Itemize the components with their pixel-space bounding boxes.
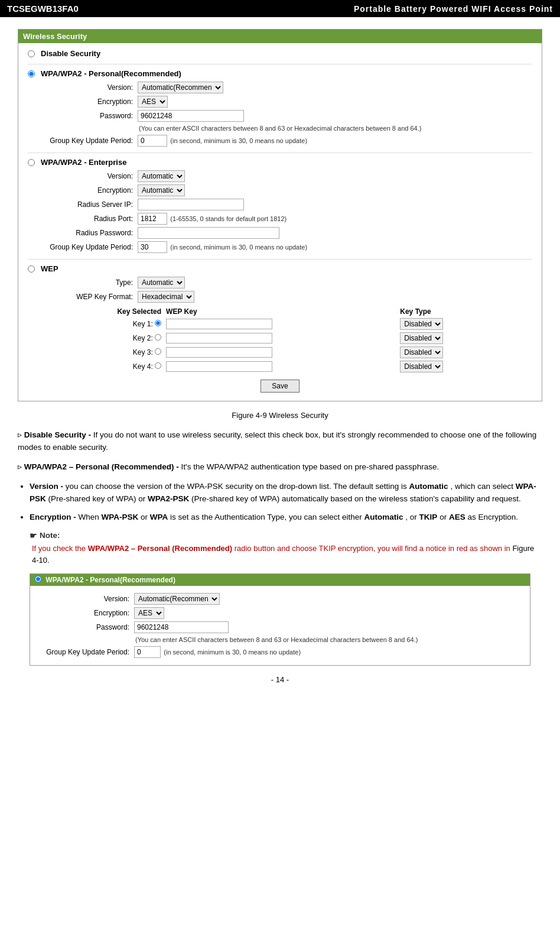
- small-password-label: Password:: [37, 620, 132, 634]
- wep-key-name-cell: Key 1:: [47, 317, 164, 331]
- ent-radius-ip-label: Radius Server IP:: [41, 197, 135, 212]
- wep-type-row: Type: Automatic: [41, 275, 532, 290]
- encryption-rest6: as Encryption.: [467, 513, 518, 521]
- version-rest4: (Pre-shared key of WPA) automatically ba…: [191, 494, 521, 503]
- ent-encryption-select[interactable]: Automatic: [138, 184, 185, 196]
- wep-key-input-3[interactable]: [166, 347, 272, 358]
- small-group-key-input[interactable]: [134, 646, 161, 658]
- wep-key-radio-1[interactable]: [155, 320, 161, 326]
- version-value-cell: Automatic(Recommen: [135, 80, 532, 95]
- wep-key-type-select-4[interactable]: Disabled: [400, 361, 443, 372]
- small-version-label: Version:: [37, 592, 132, 606]
- wep-key-radio-4[interactable]: [155, 362, 161, 369]
- wep-key-type-select-3[interactable]: Disabled: [400, 346, 443, 358]
- wpa-enterprise-radio-col[interactable]: [28, 158, 41, 168]
- small-group-key-hint: (in second, minimum is 30, 0 means no up…: [164, 649, 301, 656]
- disable-security-rest: If you do not want to use wireless secur…: [18, 430, 536, 452]
- wpa-personal-radio-col[interactable]: [28, 69, 41, 79]
- ent-encryption-row: Encryption: Automatic: [41, 183, 532, 197]
- automatic-bold: Automatic: [409, 482, 448, 491]
- wep-key-header: Key Selected WEP Key Key Type: [47, 306, 538, 317]
- page-content: Wireless Security Disable Security WPA/W: [0, 17, 560, 702]
- group-key-value-cell: (in second, minimum is 30, 0 means no up…: [135, 134, 532, 148]
- wpa-personal-radio[interactable]: [28, 70, 35, 77]
- wpa-personal-row: WPA/WPA2 - Personal(Recommended) Version…: [28, 69, 532, 148]
- wep-format-select[interactable]: Hexadecimal: [138, 291, 194, 303]
- encryption-rest: When: [79, 513, 102, 521]
- note-finger-icon: ☛: [30, 531, 37, 540]
- wep-key-input-1[interactable]: [166, 319, 272, 329]
- wpa-personal-table: Version: Automatic(Recommen Encryption:: [41, 80, 532, 148]
- wpa-personal-label: WPA/WPA2 - Personal(Recommended): [41, 69, 181, 78]
- ent-radius-port-row: Radius Port: (1-65535, 0 stands for defa…: [41, 212, 532, 226]
- version-bold: Version -: [30, 482, 63, 491]
- note-title: Note:: [40, 531, 60, 540]
- radius-port-input[interactable]: [138, 213, 167, 225]
- wpa-enc-bold: WPA: [150, 513, 168, 521]
- password-row: Password:: [41, 109, 532, 123]
- small-encryption-row: Encryption: AES: [37, 606, 523, 620]
- wep-radio-col[interactable]: [28, 264, 41, 274]
- wep-key-name-cell: Key 4:: [47, 359, 164, 374]
- note-body: If you check the WPA/WPA2 – Personal (Re…: [32, 543, 542, 566]
- wep-row: WEP Type: Automatic WEP Key Format:: [28, 264, 532, 374]
- disable-security-paragraph: ▹ Disable Security - If you do not want …: [18, 429, 542, 454]
- wpa-personal-rest: It's the WPA/WPA2 authentication type ba…: [181, 462, 439, 471]
- wep-key-type-select-1[interactable]: Disabled: [400, 318, 443, 330]
- disable-label: Disable Security: [41, 49, 100, 58]
- col-wep-key: WEP Key: [164, 306, 398, 317]
- wep-key-input-4[interactable]: [166, 361, 272, 372]
- ws-title-bar: Wireless Security: [18, 30, 542, 43]
- encryption-bold: Encryption -: [30, 513, 76, 521]
- small-wpa-radio[interactable]: [35, 576, 41, 582]
- wep-key-input-2[interactable]: [166, 333, 272, 343]
- group-key-input[interactable]: [138, 135, 167, 147]
- radius-pwd-input[interactable]: [138, 227, 279, 239]
- wpa2-psk-bold: WPA2-PSK: [148, 494, 189, 503]
- save-button[interactable]: Save: [261, 380, 299, 393]
- ent-version-label: Version:: [41, 169, 135, 183]
- small-figure-box: WPA/WPA2 - Personal(Recommended) Version…: [30, 573, 530, 666]
- wep-key-radio-2[interactable]: [155, 334, 161, 341]
- group-key-hint: (in second, minimum is 30, 0 means no up…: [170, 137, 307, 144]
- encryption-select[interactable]: AES: [138, 96, 168, 108]
- ent-version-select[interactable]: Automatic: [138, 170, 185, 182]
- save-row: Save: [28, 380, 532, 393]
- wep-key-name-cell: Key 3:: [47, 345, 164, 359]
- small-password-row: Password:: [37, 620, 523, 634]
- wep-type-select[interactable]: Automatic: [138, 277, 185, 289]
- disable-radio-col[interactable]: [28, 49, 41, 59]
- wpa-enterprise-radio[interactable]: [28, 159, 35, 166]
- password-hint: (You can enter ASCII characters between …: [139, 125, 421, 132]
- group-key-label: Group Key Update Period:: [41, 134, 135, 148]
- page-title: Portable Battery Powered WIFI Access Poi…: [354, 4, 553, 14]
- wep-radio[interactable]: [28, 265, 35, 273]
- wep-key-row: Key 2: Disabled: [47, 331, 538, 345]
- small-password-hint-row: (You can enter ASCII characters between …: [37, 634, 523, 645]
- bullet-encryption: Encryption - When WPA-PSK or WPA is set …: [30, 511, 542, 524]
- small-wpa-label: WPA/WPA2 - Personal(Recommended): [45, 576, 175, 584]
- note-wpa-bold: WPA/WPA2 – Personal (Recommended): [88, 544, 235, 553]
- version-select[interactable]: Automatic(Recommen: [138, 82, 223, 93]
- wpa-enterprise-row: WPA/WPA2 - Enterprise Version: Automatic: [28, 158, 532, 254]
- small-version-select[interactable]: Automatic(Recommen: [134, 593, 220, 605]
- wep-key-radio-3[interactable]: [155, 348, 161, 355]
- wep-key-row: Key 4: Disabled: [47, 359, 538, 374]
- wpa-enterprise-table: Version: Automatic Encryption:: [41, 169, 532, 254]
- disable-radio[interactable]: [28, 50, 35, 57]
- ent-group-key-row: Group Key Update Period: (in second, min…: [41, 240, 532, 254]
- page-header: TCSEGWB13FA0 Portable Battery Powered WI…: [0, 0, 560, 17]
- note-red-rest: radio button and choose TKIP encryption,…: [235, 544, 513, 553]
- model-number: TCSEGWB13FA0: [7, 4, 79, 14]
- wpa-enterprise-block: WPA/WPA2 - Enterprise Version: Automatic: [41, 158, 532, 254]
- password-input[interactable]: [138, 110, 244, 122]
- page-number: - 14 -: [18, 675, 542, 684]
- password-label: Password:: [41, 109, 135, 123]
- wpa-personal-bold: WPA/WPA2 – Personal (Recommended) -: [24, 462, 179, 471]
- bullet-version: Version - you can choose the version of …: [30, 481, 542, 505]
- wep-key-type-select-2[interactable]: Disabled: [400, 332, 443, 344]
- ent-group-key-input[interactable]: [138, 241, 167, 253]
- small-encryption-select[interactable]: AES: [134, 607, 164, 619]
- small-password-input[interactable]: [134, 621, 229, 633]
- radius-ip-input[interactable]: [138, 199, 244, 210]
